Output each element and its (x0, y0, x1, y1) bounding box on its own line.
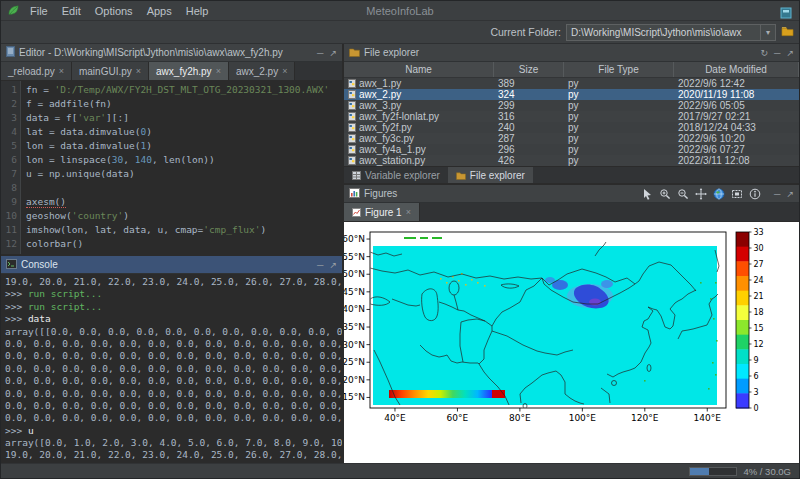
menu-apps[interactable]: Apps (140, 5, 179, 17)
file-size: 287 (494, 133, 564, 144)
file-explorer-icon (349, 47, 360, 59)
svg-text:3: 3 (754, 388, 759, 397)
code-line-12: colorbar() (26, 237, 342, 251)
folder-icon (456, 171, 466, 180)
app-window-icon[interactable] (780, 5, 792, 23)
py-file-icon (348, 145, 356, 154)
file-name: awx_fy4a_1.py (359, 144, 426, 155)
code-editor[interactable]: 123456789101112 fn = 'D:/Temp/AWX/FY2H_D… (1, 81, 342, 254)
code-lines[interactable]: fn = 'D:/Temp/AWX/FY2H_DST_MLT_OTG_20230… (21, 81, 342, 254)
editor-tab-label: mainGUI.py (79, 66, 132, 77)
py-file-icon (348, 156, 356, 165)
console-line: 0.0, 0.0, 0.0, 0.0, 0.0, 0.0, 0.0, 0.0, … (5, 350, 342, 362)
table-icon (352, 171, 361, 180)
minimize-icon[interactable]: ─ (317, 256, 323, 274)
figure-canvas[interactable]: 40°E60°E80°E100°E120°E140°E 60°N55°N50°N… (344, 222, 799, 463)
svg-text:27: 27 (754, 260, 764, 269)
file-row[interactable]: awx_3.py299py2022/9/6 05:05 (344, 100, 799, 111)
explorer-tabs: Variable explorerFile explorer (344, 166, 799, 183)
pan-icon[interactable] (694, 187, 708, 201)
file-size: 324 (494, 89, 564, 100)
column-header-date-modified[interactable]: Date Modified (674, 62, 799, 77)
py-file-icon (348, 112, 356, 121)
menu-items-container: FileEditOptionsAppsHelp (23, 1, 215, 21)
file-row[interactable]: awx_station.py426py2022/3/11 12:08 (344, 155, 799, 166)
tab-close-icon[interactable]: × (136, 66, 141, 76)
svg-text:55°N: 55°N (344, 252, 365, 262)
zoom-in-icon[interactable] (658, 187, 672, 201)
menu-help[interactable]: Help (179, 5, 216, 17)
full-extent-icon[interactable] (730, 187, 744, 201)
column-header-size[interactable]: Size (494, 62, 564, 77)
svg-text:40°E: 40°E (384, 413, 406, 423)
current-folder-combobox[interactable]: D:\Working\MIScript\Jython\mis\io\awx ▾ (566, 24, 776, 41)
column-header-file-type[interactable]: File Type (564, 62, 674, 77)
svg-text:45°N: 45°N (344, 287, 365, 297)
console-line: 0.0, 0.0, 0.0, 0.0, 0.0, 0.0, 0.0, 0.0, … (5, 363, 342, 375)
map-plot[interactable]: 40°E60°E80°E100°E120°E140°E 60°N55°N50°N… (344, 222, 799, 463)
tab-close-icon[interactable]: × (216, 66, 221, 76)
svg-text:30: 30 (754, 244, 764, 253)
tab-close-icon[interactable]: × (59, 66, 64, 76)
svg-text:120°E: 120°E (631, 413, 659, 423)
svg-text:6: 6 (754, 372, 759, 381)
editor-tab-label: awx_fy2h.py (156, 66, 212, 77)
float-icon[interactable]: ↗ (329, 256, 337, 274)
tab-close-icon[interactable]: × (282, 66, 287, 76)
file-name: awx_2.py (359, 89, 401, 100)
file-row[interactable]: awx_1.py389py2022/9/6 12:42 (344, 78, 799, 89)
chevron-down-icon[interactable]: ▾ (760, 25, 775, 40)
panel-tab-variable-explorer[interactable]: Variable explorer (344, 167, 448, 183)
x-axis: 40°E60°E80°E100°E120°E140°E (384, 408, 721, 423)
editor-tab-awx_fy2h.py[interactable]: awx_fy2h.py× (149, 62, 229, 80)
browse-folder-icon[interactable] (781, 23, 794, 41)
float-icon[interactable]: ↗ (786, 185, 794, 203)
minimize-icon[interactable]: ─ (774, 44, 780, 62)
file-row[interactable]: awx_fy3c.py287py2022/9/6 10:20 (344, 133, 799, 144)
file-row[interactable]: awx_fy2f.py240py2018/12/24 04:33 (344, 122, 799, 133)
float-icon[interactable]: ↗ (329, 44, 337, 62)
editor-tab-label: awx_2.py (236, 66, 278, 77)
globe-icon[interactable] (712, 187, 726, 201)
file-date-modified: 2022/9/6 12:42 (674, 78, 799, 89)
satellite-image (373, 246, 717, 405)
code-line-8 (26, 181, 342, 195)
console-panel-title: Console (21, 259, 313, 270)
cursor-icon[interactable] (640, 187, 654, 201)
zoom-out-icon[interactable] (676, 187, 690, 201)
float-icon[interactable]: ↗ (786, 44, 794, 62)
console-line: 0.0, 0.0, 0.0, 0.0, 0.0, 0.0, 0.0, 0.0, … (5, 375, 342, 387)
console-line: >>> data (5, 313, 342, 325)
editor-tab-awx_2.py[interactable]: awx_2.py× (229, 62, 296, 80)
svg-text:60°N: 60°N (344, 234, 365, 244)
svg-text:18: 18 (754, 308, 764, 317)
minimize-icon[interactable]: ─ (317, 44, 323, 62)
file-row[interactable]: awx_fy2f-lonlat.py316py2017/9/27 02:21 (344, 111, 799, 122)
console-panel: Console ─ ↗ 19.0, 20.0, 21.0, 22.0, 23.0… (1, 256, 342, 463)
editor-tab-_reload.py[interactable]: _reload.py× (1, 62, 72, 80)
tab-close-icon[interactable]: × (406, 207, 411, 217)
svg-text:60°E: 60°E (447, 413, 469, 423)
current-folder-value: D:\Working\MIScript\Jython\mis\io\awx (567, 27, 760, 38)
panel-tab-file-explorer[interactable]: File explorer (448, 167, 533, 183)
menu-edit[interactable]: Edit (55, 5, 88, 17)
code-line-11: imshow(lon, lat, data, u, cmap='cmp_flux… (26, 223, 342, 237)
file-size: 296 (494, 144, 564, 155)
editor-tab-mainGUI.py[interactable]: mainGUI.py× (72, 62, 149, 80)
console-output[interactable]: 19.0, 20.0, 21.0, 22.0, 23.0, 24.0, 25.0… (1, 274, 342, 463)
figure-tab[interactable]: Figure 1 × (344, 203, 420, 221)
refresh-icon[interactable]: ↻ (761, 44, 769, 62)
column-header-name[interactable]: Name (344, 62, 494, 77)
svg-text:9: 9 (754, 356, 759, 365)
minimize-icon[interactable]: ─ (774, 185, 780, 203)
file-row[interactable]: awx_fy4a_1.py296py2022/9/6 07:27 (344, 144, 799, 155)
line-number: 3 (1, 111, 17, 125)
svg-text:140°E: 140°E (694, 413, 722, 423)
menu-options[interactable]: Options (88, 5, 140, 17)
menu-file[interactable]: File (23, 5, 55, 17)
code-line-7: u = np.unique(data) (26, 167, 342, 181)
identify-icon[interactable] (748, 187, 762, 201)
file-date-modified: 2022/9/6 07:27 (674, 144, 799, 155)
editor-tabs-bar: _reload.py×mainGUI.py×awx_fy2h.py×awx_2.… (1, 62, 342, 81)
file-row[interactable]: awx_2.py324py2020/11/19 11:08 (344, 89, 799, 100)
